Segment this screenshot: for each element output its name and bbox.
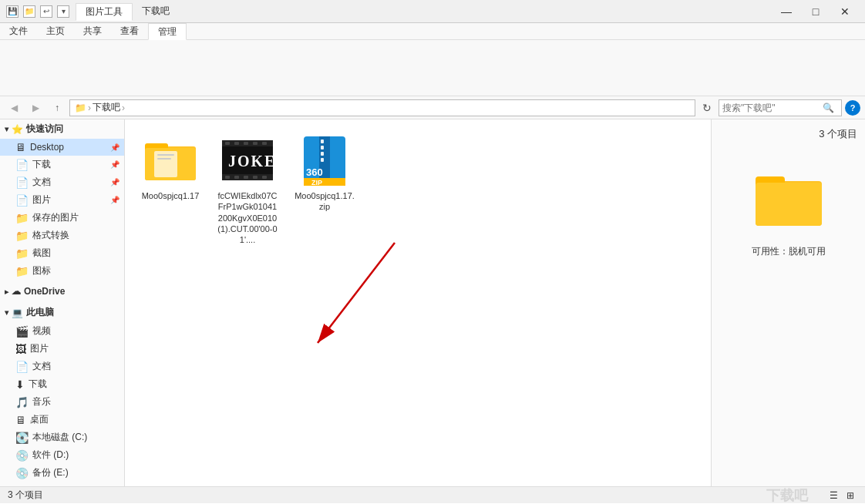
folder-icon: 📁 (15, 212, 29, 224)
svg-rect-11 (244, 142, 248, 145)
refresh-button[interactable]: ↻ (698, 99, 715, 116)
sidebar-item-d-drive[interactable]: 💿 软件 (D:) (0, 446, 124, 464)
sidebar-item-pictures[interactable]: 📄 图片 📌 (0, 191, 124, 209)
file-item-zip[interactable]: 360 ZIP Moo0spjcq1.17.zip (290, 130, 359, 248)
file-item-video[interactable]: JOKE fcCWIEkdlx07CFrP1wGk01041200KgvX0E0… (213, 130, 282, 248)
list-view-button[interactable]: ☰ (826, 489, 840, 502)
path-icon: 📁 (75, 102, 86, 113)
sidebar-item-desktop[interactable]: 🖥 Desktop 📌 (0, 139, 124, 156)
statusbar-right: 下载吧 ☰ ⊞ (766, 486, 857, 505)
svg-rect-12 (253, 142, 257, 145)
help-button[interactable]: ? (845, 100, 860, 116)
statusbar: 3 个项目 下载吧 ☰ ⊞ (0, 486, 865, 503)
sidebar-item-label: 保存的图片 (32, 211, 79, 224)
right-panel: 3 个项目 可用性：脱机可用 (711, 119, 865, 486)
sidebar-item-download[interactable]: 📄 下载 📌 (0, 156, 124, 173)
path-segment[interactable]: 下载吧 (93, 101, 120, 114)
folder-icon: 📁 (15, 247, 29, 260)
ribbon: 文件 主页 共享 查看 管理 (0, 23, 865, 96)
sidebar-item-format-convert[interactable]: 📁 格式转换 (0, 227, 124, 244)
file-item-folder[interactable]: Moo0spjcq1.17 (136, 130, 205, 248)
forward-button[interactable]: ▶ (26, 99, 45, 116)
close-button[interactable]: ✕ (831, 2, 859, 21)
search-icon: 🔍 (823, 102, 834, 113)
svg-rect-5 (157, 158, 171, 160)
sidebar-item-icons[interactable]: 📁 图标 (0, 262, 124, 280)
statusbar-count: 3 个项目 (8, 489, 43, 502)
sidebar-item-documents[interactable]: 📄 文档 📌 (0, 173, 124, 191)
pin-icon: 📌 (110, 196, 119, 204)
minimize-button[interactable]: — (772, 2, 800, 21)
sidebar: ▾ ⭐ 快速访问 🖥 Desktop 📌 📄 下载 📌 📄 文档 📌 📄 (0, 119, 125, 486)
sidebar-item-label: 下载 (32, 158, 51, 171)
pictures-icon: 📄 (15, 194, 29, 207)
sidebar-section-thispc: ▾ 💻 此电脑 🎬 视频 🖼 图片 📄 文档 ⬇ 下载 🎵 (0, 303, 124, 482)
file-name-folder: Moo0spjcq1.17 (142, 190, 200, 201)
sidebar-item-desktop2[interactable]: 🖥 桌面 (0, 411, 124, 428)
address-path[interactable]: 📁 › 下载吧 › (69, 99, 695, 116)
watermark-text: 下载吧 (766, 486, 808, 505)
content-area: Moo0spjcq1.17 (125, 119, 711, 486)
sidebar-header-network[interactable]: ▸ 🌐 网络 (0, 485, 124, 486)
pin-icon: 📌 (110, 160, 119, 169)
svg-line-30 (318, 243, 395, 343)
zip-icon-large: 360 ZIP (298, 133, 352, 187)
thispc-label: 此电脑 (26, 306, 54, 319)
sidebar-header-onedrive[interactable]: ▸ ☁ OneDrive (0, 283, 124, 300)
sidebar-item-label: 图片 (32, 193, 51, 207)
sidebar-item-label: 本地磁盘 (C:) (32, 431, 87, 444)
folder-icon: 📁 (15, 230, 29, 242)
d-drive-icon: 💿 (15, 449, 29, 462)
right-panel-count: 3 个项目 (819, 127, 857, 141)
sidebar-item-pics[interactable]: 🖼 图片 (0, 340, 124, 358)
maximize-button[interactable]: □ (802, 2, 830, 21)
folder-icon-large (143, 133, 197, 187)
music-icon: 🎵 (15, 396, 29, 408)
sidebar-item-music[interactable]: 🎵 音乐 (0, 393, 124, 411)
sidebar-item-dl[interactable]: ⬇ 下载 (0, 375, 124, 393)
sidebar-header-quickaccess[interactable]: ▾ ⭐ 快速访问 (0, 119, 124, 139)
ribbon-tab-view[interactable]: 查看 (111, 23, 148, 39)
ribbon-tab-share[interactable]: 共享 (74, 23, 111, 39)
sidebar-item-docs[interactable]: 📄 文档 (0, 358, 124, 375)
file-name-zip: Moo0spjcq1.17.zip (293, 190, 356, 213)
docs-icon: 📄 (15, 361, 29, 373)
undo-icon[interactable]: ↩ (40, 5, 52, 18)
back-button[interactable]: ◀ (5, 99, 23, 116)
grid-view-button[interactable]: ⊞ (843, 489, 857, 502)
sidebar-item-label: 桌面 (30, 413, 49, 426)
sidebar-item-c-drive[interactable]: 💽 本地磁盘 (C:) (0, 428, 124, 446)
up-button[interactable]: ↑ (48, 99, 66, 116)
sidebar-item-saved-pictures[interactable]: 📁 保存的图片 (0, 209, 124, 227)
svg-text:360: 360 (306, 166, 323, 178)
sidebar-item-video[interactable]: 🎬 视频 (0, 322, 124, 340)
ribbon-tab-manage[interactable]: 管理 (148, 23, 187, 40)
window-controls: — □ ✕ (772, 2, 859, 21)
titlebar-quick-icons: 💾 📁 ↩ ▾ (6, 5, 69, 18)
ribbon-tab-file[interactable]: 文件 (0, 23, 37, 39)
sidebar-item-label: 音乐 (32, 395, 51, 408)
sidebar-header-thispc[interactable]: ▾ 💻 此电脑 (0, 303, 124, 322)
chevron-icon: ▾ (5, 308, 8, 317)
svg-rect-10 (234, 142, 239, 145)
ribbon-tab-home[interactable]: 主页 (37, 23, 74, 39)
video-thumbnail-icon: JOKE (220, 133, 274, 187)
search-box[interactable]: 🔍 (719, 99, 842, 116)
file-name-video: fcCWIEkdlx07CFrP1wGk01041200KgvX0E010(1)… (216, 190, 279, 245)
sidebar-section-quickaccess: ▾ ⭐ 快速访问 🖥 Desktop 📌 📄 下载 📌 📄 文档 📌 📄 (0, 119, 124, 280)
sidebar-item-screenshot[interactable]: 📁 截图 (0, 244, 124, 262)
sidebar-item-e-drive[interactable]: 💿 备份 (E:) (0, 464, 124, 482)
dropdown-arrow[interactable]: ▾ (57, 5, 69, 18)
pics-icon: 🖼 (15, 343, 26, 355)
sidebar-item-label: 图片 (30, 342, 49, 355)
thispc-icon: 💻 (12, 307, 23, 318)
tab-picture-tool[interactable]: 图片工具 (76, 3, 133, 21)
sidebar-item-label: 文档 (32, 360, 51, 373)
search-input[interactable] (722, 102, 823, 113)
folder-icon-tb[interactable]: 📁 (23, 5, 35, 18)
ribbon-tab-bar: 文件 主页 共享 查看 管理 (0, 23, 865, 40)
svg-rect-17 (253, 176, 257, 179)
save-icon[interactable]: 💾 (6, 5, 19, 18)
tab-download[interactable]: 下载吧 (133, 3, 179, 20)
video-icon: 🎬 (15, 325, 29, 338)
